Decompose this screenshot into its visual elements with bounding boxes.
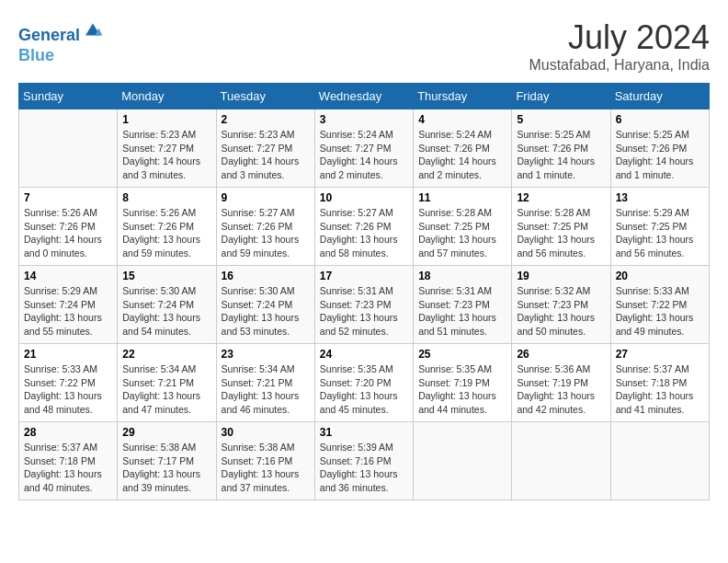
calendar-cell [610,422,709,500]
day-header-saturday: Saturday [610,84,709,109]
day-number: 11 [418,191,506,204]
day-number: 12 [517,191,605,204]
day-info: Sunrise: 5:35 AM Sunset: 7:20 PM Dayligh… [320,362,408,417]
day-header-wednesday: Wednesday [314,84,413,109]
day-header-tuesday: Tuesday [216,84,314,109]
calendar-cell: 20Sunrise: 5:33 AM Sunset: 7:22 PM Dayli… [610,266,709,344]
logo-line1: General [18,26,80,44]
calendar-week-row: 1Sunrise: 5:23 AM Sunset: 7:27 PM Daylig… [19,109,710,188]
day-number: 8 [122,191,210,204]
day-number: 21 [24,348,112,361]
calendar-cell: 18Sunrise: 5:31 AM Sunset: 7:23 PM Dayli… [414,266,512,344]
day-number: 1 [122,113,210,126]
month-title: July 2024 [529,18,710,57]
day-info: Sunrise: 5:24 AM Sunset: 7:27 PM Dayligh… [320,128,408,182]
title-area: July 2024 Mustafabad, Haryana, India [529,18,710,74]
day-info: Sunrise: 5:37 AM Sunset: 7:18 PM Dayligh… [616,362,704,417]
day-number: 31 [320,426,408,439]
day-info: Sunrise: 5:33 AM Sunset: 7:22 PM Dayligh… [24,362,112,417]
calendar-cell: 11Sunrise: 5:28 AM Sunset: 7:25 PM Dayli… [414,188,512,266]
day-number: 15 [122,270,210,282]
day-info: Sunrise: 5:35 AM Sunset: 7:19 PM Dayligh… [418,362,506,417]
day-number: 10 [320,191,408,204]
day-info: Sunrise: 5:28 AM Sunset: 7:25 PM Dayligh… [418,206,506,260]
day-number: 4 [418,113,506,126]
day-info: Sunrise: 5:26 AM Sunset: 7:26 PM Dayligh… [24,206,112,260]
day-info: Sunrise: 5:24 AM Sunset: 7:26 PM Dayligh… [418,128,506,182]
calendar-cell: 28Sunrise: 5:37 AM Sunset: 7:18 PM Dayli… [19,422,118,500]
calendar-cell: 14Sunrise: 5:29 AM Sunset: 7:24 PM Dayli… [19,266,118,344]
day-info: Sunrise: 5:28 AM Sunset: 7:25 PM Dayligh… [517,206,605,260]
location: Mustafabad, Haryana, India [529,57,710,74]
day-info: Sunrise: 5:38 AM Sunset: 7:17 PM Dayligh… [122,441,210,495]
day-number: 22 [122,348,210,361]
calendar-cell: 6Sunrise: 5:25 AM Sunset: 7:26 PM Daylig… [610,109,709,188]
logo-text: General [18,18,104,46]
logo-line2: Blue [18,46,104,66]
calendar-cell: 29Sunrise: 5:38 AM Sunset: 7:17 PM Dayli… [118,422,216,500]
calendar-cell: 4Sunrise: 5:24 AM Sunset: 7:26 PM Daylig… [414,109,512,188]
day-info: Sunrise: 5:27 AM Sunset: 7:26 PM Dayligh… [222,206,310,260]
day-number: 25 [418,348,506,361]
calendar-cell: 21Sunrise: 5:33 AM Sunset: 7:22 PM Dayli… [19,344,118,422]
calendar-cell [512,422,610,500]
day-number: 7 [24,191,112,204]
calendar-cell: 27Sunrise: 5:37 AM Sunset: 7:18 PM Dayli… [610,344,709,422]
calendar-cell: 3Sunrise: 5:24 AM Sunset: 7:27 PM Daylig… [314,109,413,188]
calendar-cell: 25Sunrise: 5:35 AM Sunset: 7:19 PM Dayli… [414,344,512,422]
calendar-cell: 23Sunrise: 5:34 AM Sunset: 7:21 PM Dayli… [216,344,314,422]
calendar-cell: 10Sunrise: 5:27 AM Sunset: 7:26 PM Dayli… [314,188,413,266]
calendar-week-row: 21Sunrise: 5:33 AM Sunset: 7:22 PM Dayli… [19,344,710,422]
calendar-cell: 7Sunrise: 5:26 AM Sunset: 7:26 PM Daylig… [19,188,118,266]
calendar-cell [19,109,118,188]
day-info: Sunrise: 5:32 AM Sunset: 7:23 PM Dayligh… [517,284,605,339]
calendar-cell: 17Sunrise: 5:31 AM Sunset: 7:23 PM Dayli… [314,266,413,344]
day-header-monday: Monday [118,84,216,109]
day-info: Sunrise: 5:37 AM Sunset: 7:18 PM Dayligh… [24,441,112,495]
day-info: Sunrise: 5:27 AM Sunset: 7:26 PM Dayligh… [320,206,408,260]
day-number: 14 [24,270,112,282]
calendar-cell: 19Sunrise: 5:32 AM Sunset: 7:23 PM Dayli… [512,266,610,344]
day-number: 30 [222,426,310,439]
day-info: Sunrise: 5:25 AM Sunset: 7:26 PM Dayligh… [616,128,704,182]
calendar-cell: 31Sunrise: 5:39 AM Sunset: 7:16 PM Dayli… [314,422,413,500]
day-number: 5 [517,113,605,126]
day-info: Sunrise: 5:39 AM Sunset: 7:16 PM Dayligh… [320,441,408,495]
day-number: 27 [616,348,704,361]
calendar-cell: 8Sunrise: 5:26 AM Sunset: 7:26 PM Daylig… [118,188,216,266]
day-info: Sunrise: 5:29 AM Sunset: 7:25 PM Dayligh… [616,206,704,260]
day-header-thursday: Thursday [414,84,512,109]
day-number: 3 [320,113,408,126]
page-header: General Blue July 2024 Mustafabad, Harya… [18,18,710,74]
day-info: Sunrise: 5:36 AM Sunset: 7:19 PM Dayligh… [517,362,605,417]
day-info: Sunrise: 5:23 AM Sunset: 7:27 PM Dayligh… [122,128,210,182]
day-number: 23 [222,348,310,361]
calendar-cell: 12Sunrise: 5:28 AM Sunset: 7:25 PM Dayli… [512,188,610,266]
day-number: 2 [222,113,310,126]
day-info: Sunrise: 5:30 AM Sunset: 7:24 PM Dayligh… [222,284,310,339]
day-number: 9 [222,191,310,204]
day-number: 26 [517,348,605,361]
calendar-cell: 15Sunrise: 5:30 AM Sunset: 7:24 PM Dayli… [118,266,216,344]
calendar-cell: 22Sunrise: 5:34 AM Sunset: 7:21 PM Dayli… [118,344,216,422]
day-number: 18 [418,270,506,282]
day-number: 19 [517,270,605,282]
calendar-header-row: SundayMondayTuesdayWednesdayThursdayFrid… [19,84,710,109]
day-info: Sunrise: 5:29 AM Sunset: 7:24 PM Dayligh… [24,284,112,339]
day-header-friday: Friday [512,84,610,109]
day-number: 20 [616,270,704,282]
day-info: Sunrise: 5:23 AM Sunset: 7:27 PM Dayligh… [222,128,310,182]
calendar-week-row: 14Sunrise: 5:29 AM Sunset: 7:24 PM Dayli… [19,266,710,344]
calendar-cell [414,422,512,500]
day-number: 29 [122,426,210,439]
day-info: Sunrise: 5:31 AM Sunset: 7:23 PM Dayligh… [418,284,506,339]
day-number: 17 [320,270,408,282]
calendar-week-row: 7Sunrise: 5:26 AM Sunset: 7:26 PM Daylig… [19,188,710,266]
calendar-cell: 26Sunrise: 5:36 AM Sunset: 7:19 PM Dayli… [512,344,610,422]
calendar-cell: 13Sunrise: 5:29 AM Sunset: 7:25 PM Dayli… [610,188,709,266]
day-info: Sunrise: 5:38 AM Sunset: 7:16 PM Dayligh… [222,441,310,495]
logo-icon [82,18,104,40]
calendar-cell: 30Sunrise: 5:38 AM Sunset: 7:16 PM Dayli… [216,422,314,500]
day-info: Sunrise: 5:34 AM Sunset: 7:21 PM Dayligh… [222,362,310,417]
day-number: 13 [616,191,704,204]
